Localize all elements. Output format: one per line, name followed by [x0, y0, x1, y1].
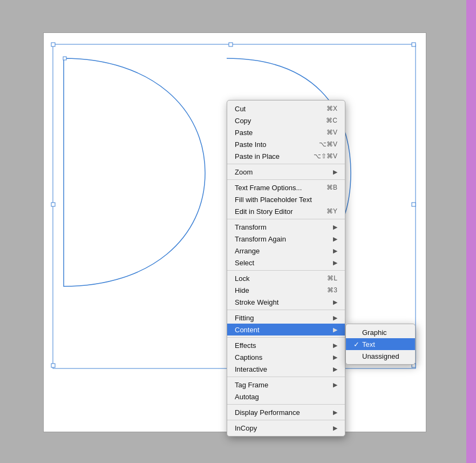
menu-separator	[227, 164, 345, 164]
menu-item-stroke-weight[interactable]: Stroke Weight▶	[227, 296, 345, 308]
menu-item-lock[interactable]: Lock⌘L	[227, 272, 345, 284]
menu-separator	[227, 404, 345, 405]
menu-item-label: Stroke Weight	[235, 298, 331, 306]
submenu-item-label: Unassigned	[362, 352, 407, 360]
submenu-arrow-icon: ▶	[333, 224, 337, 231]
svg-rect-3	[412, 43, 416, 46]
submenu-arrow-icon: ▶	[333, 247, 337, 254]
submenu-arrow-icon: ▶	[333, 326, 337, 333]
menu-item-label: Fitting	[235, 314, 331, 322]
menu-separator	[227, 310, 345, 310]
canvas-area: Cut⌘XCopy⌘CPaste⌘VPaste Into⌥⌘VPaste in …	[0, 0, 476, 463]
submenu-item-label: Text	[362, 340, 407, 348]
menu-item-label: Autotag	[235, 393, 337, 401]
menu-separator	[227, 179, 345, 180]
menu-item-label: Cut	[235, 105, 321, 113]
menu-item-effects[interactable]: Effects▶	[227, 339, 345, 351]
menu-item-tag-frame[interactable]: Tag Frame▶	[227, 379, 345, 391]
menu-item-label: Transform Again	[235, 235, 331, 243]
menu-item-label: Arrange	[235, 247, 331, 255]
svg-rect-9	[63, 57, 66, 60]
menu-item-label: Tag Frame	[235, 381, 331, 389]
menu-item-paste-into[interactable]: Paste Into⌥⌘V	[227, 138, 345, 150]
menu-item-shortcut: ⌘3	[327, 286, 337, 294]
menu-item-label: Select	[235, 259, 331, 267]
menu-separator	[227, 219, 345, 219]
menu-item-select[interactable]: Select▶	[227, 257, 345, 269]
purple-bar	[466, 0, 476, 463]
menu-item-zoom[interactable]: Zoom▶	[227, 166, 345, 178]
menu-item-shortcut: ⌘C	[326, 117, 337, 124]
menu-item-content[interactable]: Content▶Graphic✓TextUnassigned	[227, 324, 345, 335]
menu-item-label: Paste Into	[235, 140, 314, 149]
menu-item-edit-story[interactable]: Edit in Story Editor⌘Y	[227, 205, 345, 217]
svg-rect-6	[51, 364, 55, 367]
menu-item-captions[interactable]: Captions▶	[227, 351, 345, 363]
content-submenu: Graphic✓TextUnassigned	[345, 324, 416, 365]
menu-item-fill-placeholder[interactable]: Fill with Placeholder Text	[227, 193, 345, 205]
menu-item-arrange[interactable]: Arrange▶	[227, 245, 345, 257]
menu-separator	[227, 270, 345, 271]
svg-rect-4	[51, 203, 55, 206]
menu-item-label: Paste in Place	[235, 152, 308, 160]
submenu-item-text[interactable]: ✓Text	[346, 338, 415, 350]
menu-item-hide[interactable]: Hide⌘3	[227, 284, 345, 296]
submenu-arrow-icon: ▶	[333, 366, 337, 373]
menu-item-label: Hide	[235, 286, 322, 294]
menu-separator	[227, 420, 345, 420]
menu-item-label: InCopy	[235, 424, 331, 432]
menu-item-shortcut: ⌘X	[327, 105, 337, 112]
submenu-arrow-icon: ▶	[333, 425, 337, 432]
submenu-arrow-icon: ▶	[333, 354, 337, 361]
submenu-arrow-icon: ▶	[333, 381, 337, 388]
menu-item-autotag[interactable]: Autotag	[227, 391, 345, 402]
submenu-item-graphic[interactable]: Graphic	[346, 326, 415, 338]
menu-item-paste[interactable]: Paste⌘V	[227, 126, 345, 138]
menu-item-label: Display Performance	[235, 408, 331, 417]
menu-separator	[227, 377, 345, 377]
svg-rect-5	[412, 203, 416, 206]
submenu-item-label: Graphic	[362, 328, 407, 337]
submenu-arrow-icon: ▶	[333, 342, 337, 349]
menu-item-label: Captions	[235, 353, 331, 361]
menu-item-incopy[interactable]: InCopy▶	[227, 422, 345, 434]
checkmark-icon: ✓	[353, 340, 362, 348]
submenu-arrow-icon: ▶	[333, 259, 337, 266]
menu-item-label: Edit in Story Editor	[235, 207, 321, 216]
menu-item-text-frame-options[interactable]: Text Frame Options...⌘B	[227, 182, 345, 193]
submenu-arrow-icon: ▶	[333, 299, 337, 306]
menu-item-shortcut: ⌘Y	[327, 207, 337, 215]
menu-item-label: Zoom	[235, 168, 331, 176]
menu-separator	[227, 337, 345, 338]
menu-item-interactive[interactable]: Interactive▶	[227, 363, 345, 375]
menu-item-shortcut: ⌥⇧⌘V	[314, 152, 337, 160]
menu-item-transform-again[interactable]: Transform Again▶	[227, 233, 345, 245]
menu-item-label: Effects	[235, 341, 331, 350]
submenu-arrow-icon: ▶	[333, 236, 337, 243]
submenu-item-unassigned[interactable]: Unassigned	[346, 350, 415, 362]
menu-item-label: Copy	[235, 117, 321, 125]
submenu-arrow-icon: ▶	[333, 314, 337, 321]
svg-rect-1	[51, 43, 55, 46]
menu-item-label: Lock	[235, 274, 322, 283]
menu-item-paste-in-place[interactable]: Paste in Place⌥⇧⌘V	[227, 150, 345, 162]
menu-item-shortcut: ⌘L	[327, 274, 337, 282]
menu-item-cut[interactable]: Cut⌘X	[227, 103, 345, 115]
svg-rect-2	[229, 43, 233, 46]
context-menu: Cut⌘XCopy⌘CPaste⌘VPaste Into⌥⌘VPaste in …	[227, 100, 345, 437]
menu-item-label: Fill with Placeholder Text	[235, 196, 337, 204]
menu-item-display-performance[interactable]: Display Performance▶	[227, 406, 345, 418]
menu-item-label: Text Frame Options...	[235, 184, 321, 192]
submenu-arrow-icon: ▶	[333, 409, 337, 416]
menu-item-transform[interactable]: Transform▶	[227, 221, 345, 233]
menu-item-label: Transform	[235, 223, 331, 231]
menu-item-label: Interactive	[235, 365, 331, 373]
menu-item-copy[interactable]: Copy⌘C	[227, 115, 345, 126]
menu-item-label: Content	[235, 326, 331, 334]
menu-item-shortcut: ⌥⌘V	[319, 140, 337, 148]
menu-item-shortcut: ⌘V	[327, 129, 337, 136]
menu-item-label: Paste	[235, 129, 321, 137]
menu-item-fitting[interactable]: Fitting▶	[227, 312, 345, 324]
submenu-arrow-icon: ▶	[333, 169, 337, 176]
menu-item-shortcut: ⌘B	[327, 184, 337, 191]
